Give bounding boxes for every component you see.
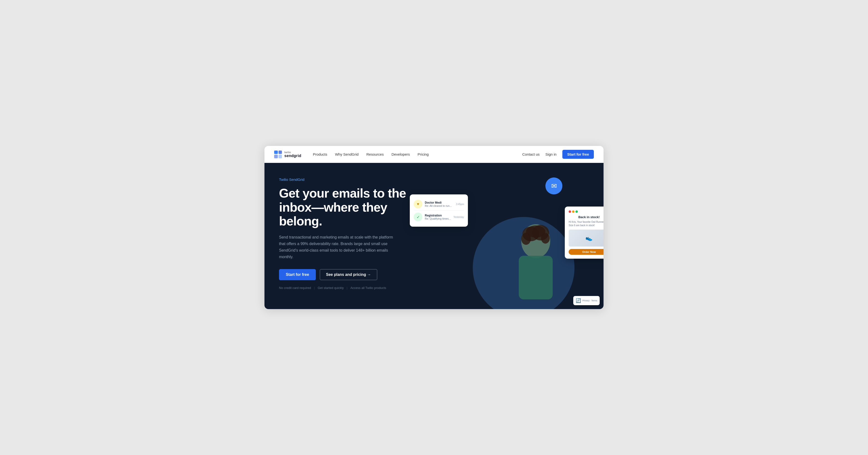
hero-footnote: No credit card required | Get started qu… (279, 286, 420, 290)
logo-icon (274, 150, 282, 158)
svg-rect-1 (519, 256, 553, 300)
email-info-1: Doctor Medi Re: All cleared to run... (425, 201, 454, 207)
brand-twilio: twilio (284, 151, 301, 154)
nav-pricing-link[interactable]: Pricing (417, 152, 429, 157)
nav-item-products[interactable]: Products (313, 152, 327, 157)
nav-item-pricing[interactable]: Pricing (417, 152, 429, 157)
hero-buttons: Start for free See plans and pricing → (279, 269, 420, 280)
nav-signin-link[interactable]: Sign in (546, 152, 557, 157)
email-preview-1: Re: All cleared to run... (425, 204, 454, 207)
nav-developers-link[interactable]: Developers (392, 152, 410, 157)
footnote-sep-2: | (347, 286, 347, 290)
navbar: twilio sendgrid Products Why SendGrid Re… (265, 146, 603, 163)
email-info-2: Registration Re: Qualifying times... (425, 214, 451, 220)
hero-visual: ✉ ♥ Doctor Medi Re: All cleared to run..… (417, 163, 603, 309)
svg-point-6 (541, 233, 550, 244)
nav-resources-link[interactable]: Resources (366, 152, 384, 157)
logo-sq2 (279, 150, 282, 154)
footnote-get-started: Get started quickly (318, 286, 344, 290)
hero-heading: Get your emails to the inbox—where they … (279, 187, 420, 228)
nav-links: Products Why SendGrid Resources Develope… (313, 152, 429, 157)
footnote-no-cc: No credit card required (279, 286, 311, 290)
email-item-2: ✓ Registration Re: Qualifying times... Y… (414, 210, 464, 223)
nav-item-why[interactable]: Why SendGrid (335, 152, 359, 157)
nav-start-free-button[interactable]: Start for free (562, 150, 594, 159)
email-sender-2: Registration (425, 214, 451, 217)
hero-subtext: Send transactional and marketing emails … (279, 234, 400, 260)
hero-section: Twilio SendGrid Get your emails to the i… (265, 163, 603, 309)
envelope-icon-circle: ✉ (546, 177, 562, 194)
nav-contact-link[interactable]: Contact us (522, 152, 539, 157)
logo-text: twilio sendgrid (284, 151, 301, 158)
brand-sendgrid: sendgrid (284, 154, 301, 158)
email-time-1: 3:45pm (456, 203, 464, 205)
footnote-sep-1: | (314, 286, 315, 290)
email-sender-1: Doctor Medi (425, 201, 454, 204)
navbar-left: twilio sendgrid Products Why SendGrid Re… (274, 150, 429, 158)
hero-start-free-button[interactable]: Start for free (279, 269, 316, 280)
nav-item-resources[interactable]: Resources (366, 152, 384, 157)
nav-products-link[interactable]: Products (313, 152, 327, 157)
page-wrapper: twilio sendgrid Products Why SendGrid Re… (265, 146, 603, 309)
navbar-right: Contact us Sign in Start for free (522, 150, 594, 159)
logo-sq3 (274, 155, 278, 158)
person-svg (499, 212, 572, 309)
logo-sq1 (274, 150, 278, 154)
email-preview-2: Re: Qualifying times... (425, 217, 451, 220)
footnote-twilio-products: Access all Twilio products (350, 286, 386, 290)
hero-eyebrow: Twilio SendGrid (279, 177, 420, 181)
logo-link[interactable]: twilio sendgrid (274, 150, 301, 158)
nav-why-link[interactable]: Why SendGrid (335, 152, 359, 157)
envelope-icon: ✉ (551, 182, 557, 190)
person-area (492, 193, 579, 309)
hero-content: Twilio SendGrid Get your emails to the i… (279, 177, 420, 289)
email-item-1: ♥ Doctor Medi Re: All cleared to run... … (414, 198, 464, 210)
nav-item-developers[interactable]: Developers (392, 152, 410, 157)
email-time-2: Yesterday (454, 216, 464, 219)
svg-point-5 (521, 233, 531, 245)
logo-sq4 (279, 155, 282, 158)
hero-pricing-button[interactable]: See plans and pricing → (320, 269, 377, 280)
